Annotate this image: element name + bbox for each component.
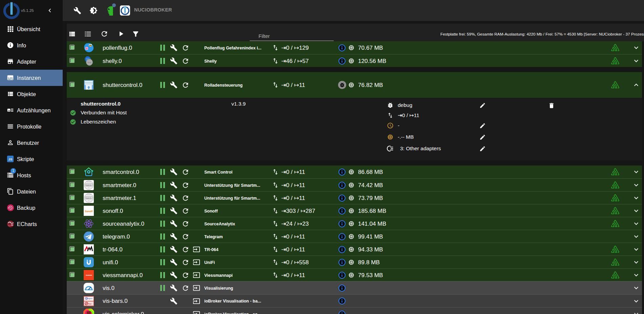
svg-text:Shelly: Shelly bbox=[88, 62, 91, 63]
svg-text:VIE■MANN: VIE■MANN bbox=[86, 275, 92, 276]
svg-text:Filter: Filter bbox=[88, 302, 91, 305]
svg-text:0123 8.: 0123 8. bbox=[86, 197, 92, 199]
svg-text:Sonoff: Sonoff bbox=[85, 210, 93, 213]
svg-text:JS: JS bbox=[8, 157, 13, 161]
svg-text:0123 8.: 0123 8. bbox=[86, 184, 92, 186]
svg-text:Widgets: Widgets bbox=[86, 297, 92, 299]
